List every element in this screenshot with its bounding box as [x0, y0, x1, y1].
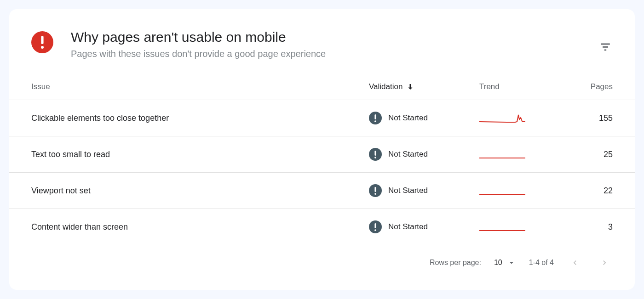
- issues-table: Issue Validation Trend Pages Clickable e…: [9, 74, 635, 245]
- svg-point-9: [374, 229, 376, 231]
- filter-icon: [599, 41, 611, 53]
- column-header-issue[interactable]: Issue: [31, 82, 369, 91]
- not-started-icon: [369, 148, 382, 161]
- rows-per-page-value: 10: [494, 259, 502, 267]
- trend-sparkline: [479, 220, 525, 234]
- svg-point-5: [374, 157, 376, 158]
- issue-name: Clickable elements too close together: [31, 113, 369, 123]
- validation-status: Not Started: [388, 222, 428, 231]
- trend-sparkline: [479, 111, 525, 125]
- pagination: Rows per page: 10 1-4 of 4: [9, 245, 635, 280]
- svg-rect-8: [374, 223, 376, 228]
- validation-cell: Not Started: [369, 220, 479, 233]
- sort-desc-icon: [406, 83, 414, 91]
- column-header-trend[interactable]: Trend: [479, 82, 571, 91]
- rows-per-page-select[interactable]: 10: [494, 258, 516, 267]
- not-started-icon: [369, 184, 382, 197]
- pages-count: 155: [571, 113, 613, 123]
- card-title: Why pages aren't usable on mobile: [71, 29, 613, 45]
- prev-page-button[interactable]: [567, 254, 583, 271]
- table-row[interactable]: Viewport not set Not Started 22: [9, 173, 635, 209]
- trend-sparkline: [479, 184, 525, 197]
- svg-point-3: [374, 120, 376, 122]
- not-started-icon: [369, 112, 382, 124]
- validation-cell: Not Started: [369, 184, 479, 197]
- validation-status: Not Started: [388, 186, 428, 195]
- trend-cell: [479, 111, 571, 125]
- table-row[interactable]: Content wider than screen Not Started 3: [9, 209, 635, 245]
- validation-status: Not Started: [388, 113, 428, 123]
- trend-cell: [479, 220, 571, 234]
- svg-rect-4: [374, 151, 376, 156]
- card-header: Why pages aren't usable on mobile Pages …: [9, 9, 635, 74]
- dropdown-icon: [507, 258, 516, 267]
- pagination-range: 1-4 of 4: [529, 259, 554, 267]
- filter-button[interactable]: [596, 38, 615, 56]
- trend-sparkline: [479, 147, 525, 161]
- svg-point-1: [41, 46, 44, 49]
- header-text: Why pages aren't usable on mobile Pages …: [71, 29, 613, 59]
- pages-count: 3: [571, 222, 613, 232]
- validation-header-label: Validation: [369, 82, 402, 91]
- next-page-button[interactable]: [596, 254, 613, 271]
- column-header-pages[interactable]: Pages: [571, 82, 613, 91]
- chevron-right-icon: [600, 258, 609, 267]
- trend-cell: [479, 184, 571, 197]
- rows-per-page-label: Rows per page:: [430, 259, 481, 267]
- pages-count: 25: [571, 150, 613, 159]
- not-started-icon: [369, 220, 382, 233]
- table-row[interactable]: Clickable elements too close together No…: [9, 100, 635, 136]
- validation-cell: Not Started: [369, 112, 479, 124]
- issue-name: Text too small to read: [31, 150, 369, 159]
- column-header-validation[interactable]: Validation: [369, 82, 479, 91]
- pages-count: 22: [571, 186, 613, 196]
- table-header-row: Issue Validation Trend Pages: [9, 74, 635, 100]
- chevron-left-icon: [570, 258, 580, 267]
- alert-icon: [31, 31, 53, 53]
- svg-point-7: [374, 193, 376, 195]
- issue-name: Content wider than screen: [31, 222, 369, 232]
- issue-name: Viewport not set: [31, 186, 369, 196]
- validation-cell: Not Started: [369, 148, 479, 161]
- validation-status: Not Started: [388, 150, 428, 159]
- svg-rect-6: [374, 187, 376, 192]
- svg-rect-0: [41, 36, 43, 44]
- trend-cell: [479, 147, 571, 161]
- card-subtitle: Pages with these issues don't provide a …: [71, 49, 613, 59]
- issues-card: Why pages aren't usable on mobile Pages …: [9, 9, 635, 290]
- table-row[interactable]: Text too small to read Not Started 25: [9, 136, 635, 173]
- svg-rect-2: [374, 114, 376, 119]
